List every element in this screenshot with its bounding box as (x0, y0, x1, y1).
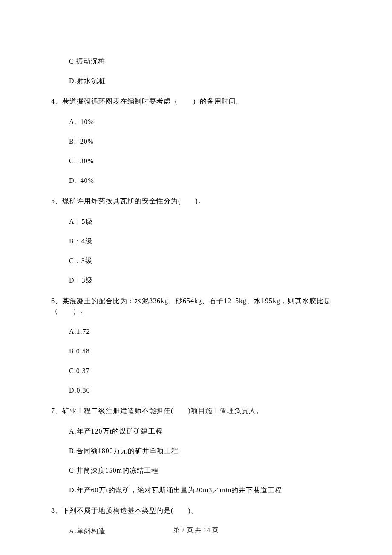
question-4: 4、巷道掘砌循环图表在编制时要考虑（ ）的备用时间。 (51, 96, 341, 107)
option-b: B：4级 (69, 236, 341, 246)
question-6: 6、某混凝土的配合比为：水泥336kg、砂654kg、石子1215kg、水195… (51, 296, 341, 316)
option-c: C.振动沉桩 (69, 56, 341, 66)
option-d: D.射水沉桩 (69, 76, 341, 86)
option-c: C. 30% (69, 156, 341, 166)
option-b: B.0.58 (69, 346, 341, 356)
option-c: C：3级 (69, 256, 341, 266)
page-footer: 第 2 页 共 14 页 (0, 526, 392, 535)
option-a: A. 10% (69, 117, 341, 127)
option-a: A：5级 (69, 217, 341, 227)
option-a: A.年产120万t的煤矿矿建工程 (69, 426, 341, 436)
option-a: A.1.72 (69, 327, 341, 337)
question-5: 5、煤矿许用炸药按其瓦斯的安全性分为( )。 (51, 196, 341, 206)
option-d: D.0.30 (69, 385, 341, 396)
option-b: B. 20% (69, 136, 341, 147)
option-d: D.年产60万t的煤矿，绝对瓦斯涌出量为20m3／min的井下巷道工程 (69, 485, 341, 495)
option-b: B.合同额1800万元的矿井单项工程 (69, 446, 341, 456)
option-d: D：3级 (69, 275, 341, 286)
question-8: 8、下列不属于地质构造基本类型的是( )。 (51, 506, 341, 516)
question-7: 7、矿业工程二级注册建造师不能担任( )项目施工管理负责人。 (51, 406, 341, 416)
option-c: C.井筒深度150m的冻结工程 (69, 465, 341, 476)
option-d: D. 40% (69, 176, 341, 186)
page-content: C.振动沉桩 D.射水沉桩 4、巷道掘砌循环图表在编制时要考虑（ ）的备用时间。… (0, 0, 392, 536)
option-c: C.0.37 (69, 366, 341, 376)
